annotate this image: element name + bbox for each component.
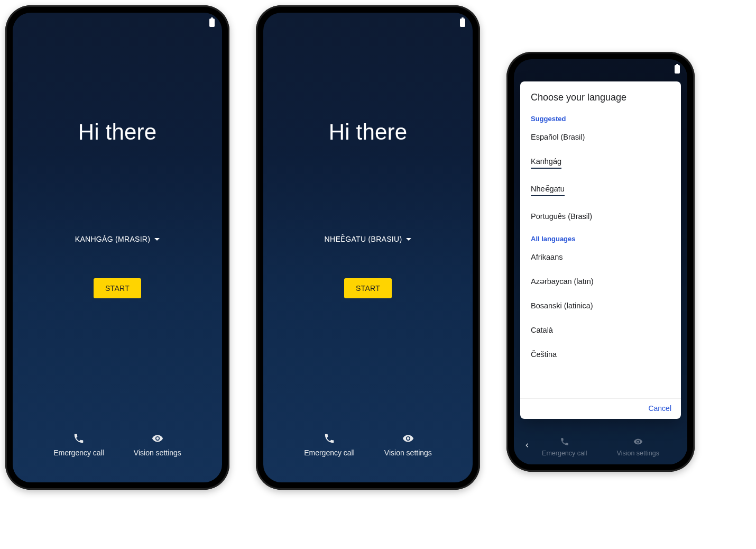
language-item[interactable]: Bosanski (latinica) [520,294,681,318]
emergency-call-label: Emergency call [304,449,355,457]
status-bar [514,59,687,76]
language-item-label: Afrikaans [531,253,563,261]
language-item[interactable]: Español (Brasil) [520,125,681,149]
language-list[interactable]: Suggested Español (Brasil) Kanhgág Nheẽg… [520,108,681,398]
phone-screen-1: Hi there KANHGÁG (MRASIR) START Emergenc… [13,13,222,482]
language-item-label: Português (Brasil) [531,212,592,221]
language-item[interactable]: Afrikaans [520,245,681,269]
status-bar [263,13,473,30]
language-label: NHEẼGATU (BRASIU) [325,235,402,243]
language-dialog: Choose your language Suggested Español (… [520,81,681,419]
greeting-title: Hi there [329,120,408,145]
eye-icon [152,433,163,444]
language-item-label: Azərbaycan (latın) [531,277,594,286]
battery-icon [675,65,680,74]
phone-frame-3: Emergency call Vision settings Choose yo… [506,52,695,472]
start-button[interactable]: START [94,278,141,298]
back-button[interactable] [523,441,531,452]
chevron-down-icon [154,238,160,241]
bottom-bar-dimmed: Emergency call Vision settings [514,437,687,457]
language-item-label: Čeština [531,350,557,359]
language-item[interactable]: Português (Brasil) [520,204,681,228]
language-item-label: Español (Brasil) [531,133,585,141]
phone-screen-2: Hi there NHEẼGATU (BRASIU) START Emergen… [263,13,473,482]
vision-settings-label: Vision settings [384,449,432,457]
vision-settings-label: Vision settings [134,449,181,457]
phone-frame-2: Hi there NHEẼGATU (BRASIU) START Emergen… [256,5,480,490]
dialog-actions: Cancel [520,398,681,419]
language-item-label: Català [531,326,553,334]
language-selector[interactable]: KANHGÁG (MRASIR) [75,235,160,243]
status-bar [13,13,222,30]
language-item[interactable]: Kanhgág [520,149,681,177]
greeting-title: Hi there [78,120,157,145]
emergency-call-button[interactable]: Emergency call [304,433,355,457]
eye-icon [633,437,643,446]
language-item-label: Kanhgág [531,157,561,169]
language-item[interactable]: Azərbaycan (latın) [520,269,681,294]
language-item-label: Nheẽgatu [531,185,565,196]
emergency-call-label: Emergency call [53,449,104,457]
language-item[interactable]: Català [520,318,681,342]
language-item[interactable]: Nheẽgatu [520,177,681,204]
language-selector[interactable]: NHEẼGATU (BRASIU) [325,235,412,243]
language-item-label: Bosanski (latinica) [531,301,593,310]
phone-icon [324,433,335,444]
welcome-area: Hi there NHEẼGATU (BRASIU) START [263,30,473,433]
vision-settings-button[interactable]: Vision settings [384,433,432,457]
eye-icon [402,433,414,444]
vision-settings-label: Vision settings [617,450,659,457]
battery-icon [460,19,465,27]
phone-icon [560,437,569,446]
cancel-button[interactable]: Cancel [648,404,671,413]
battery-icon [209,19,215,27]
bottom-bar: Emergency call Vision settings [13,433,222,482]
vision-settings-button[interactable]: Vision settings [134,433,181,457]
chevron-left-icon [523,442,531,449]
language-label: KANHGÁG (MRASIR) [75,235,150,243]
start-button[interactable]: START [344,278,392,298]
all-languages-header: All languages [520,228,681,245]
welcome-area: Hi there KANHGÁG (MRASIR) START [13,30,222,433]
chevron-down-icon [406,238,411,241]
phone-screen-3: Emergency call Vision settings Choose yo… [514,59,687,464]
suggested-header: Suggested [520,108,681,125]
emergency-call-label: Emergency call [542,450,587,457]
phone-icon [73,433,85,444]
vision-settings-button[interactable]: Vision settings [617,437,659,457]
phone-frame-1: Hi there KANHGÁG (MRASIR) START Emergenc… [5,5,229,490]
dialog-title: Choose your language [520,81,681,108]
emergency-call-button[interactable]: Emergency call [542,437,587,457]
emergency-call-button[interactable]: Emergency call [53,433,104,457]
language-item[interactable]: Čeština [520,342,681,367]
bottom-bar: Emergency call Vision settings [263,433,473,482]
